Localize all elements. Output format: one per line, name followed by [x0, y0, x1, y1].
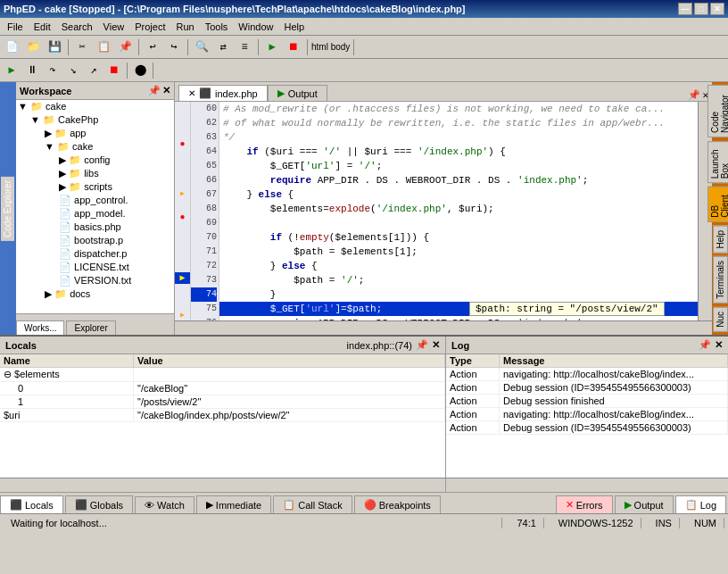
marker-71 — [175, 236, 190, 248]
log-cell-message: Debug session (ID=395455495566300003) — [500, 421, 728, 434]
log-pin[interactable]: 📌 — [699, 339, 711, 351]
debug-pause-button[interactable]: ⏸ — [22, 61, 42, 80]
menu-tools[interactable]: Tools — [200, 21, 234, 33]
locals-row-1: 1 "/posts/view/2" — [0, 395, 445, 409]
menu-edit[interactable]: Edit — [29, 21, 56, 33]
tab-close-icon[interactable]: ✕ — [188, 88, 195, 98]
debug-step-out[interactable]: ↗ — [84, 61, 103, 80]
tab-explorer[interactable]: Explorer — [66, 320, 115, 335]
tab-watch[interactable]: 👁 Watch — [135, 496, 194, 513]
locals-close[interactable]: ✕ — [432, 339, 440, 351]
tree-item-libs[interactable]: ▶ 📁 libs — [16, 167, 174, 180]
tree-item-dispatcher[interactable]: 📄 dispatcher.p — [16, 247, 174, 261]
tree-item-scripts[interactable]: ▶ 📁 scripts — [16, 180, 174, 194]
callstack-tab-icon: 📋 — [283, 499, 295, 511]
tree-item-config[interactable]: ▶ 📁 config — [16, 154, 174, 167]
menu-search[interactable]: Search — [56, 21, 98, 33]
cut-button[interactable]: ✂ — [72, 37, 92, 57]
minimize-button[interactable]: — — [678, 3, 692, 15]
right-tab-code-navigator[interactable]: Code Navigator — [707, 85, 728, 137]
tree-item-docs[interactable]: ▶ 📁 docs — [16, 287, 174, 301]
tree-item-version[interactable]: 📄 VERSION.txt — [16, 274, 174, 287]
copy-button[interactable]: 📋 — [94, 37, 113, 57]
menu-window[interactable]: Window — [233, 21, 278, 33]
status-bar: Waiting for localhost... 74:1 WINDOWS-12… — [0, 513, 728, 531]
tree-item-bootstrap[interactable]: 📄 bootstrap.p — [16, 234, 174, 247]
debug-step-in[interactable]: ↘ — [63, 61, 83, 80]
tree-item-cake[interactable]: ▼ 📁 cake — [16, 140, 174, 154]
output-tab-label: Output — [634, 500, 664, 511]
run-button[interactable]: ▶ — [262, 37, 282, 57]
workspace-panel: Workspace 📌 ✕ ▼ 📁 cake ▼ 📁 CakePhp ▶ 📁 — [16, 82, 175, 335]
locals-row-0: 0 "/cakeBlog" — [0, 382, 445, 395]
globals-tab-icon: ⬛ — [75, 499, 87, 511]
tree-item-app-model[interactable]: 📄 app_model. — [16, 207, 174, 220]
undo-button[interactable]: ↩ — [143, 37, 162, 57]
code-explorer-tab[interactable]: Code Explorer — [1, 177, 14, 241]
right-tab-launch-box[interactable]: Launch Box — [707, 141, 728, 183]
linenum-60: 60 — [191, 102, 217, 116]
tab-log[interactable]: 📋 Log — [675, 495, 726, 513]
tree-item-license[interactable]: 📄 LICENSE.txt — [16, 261, 174, 274]
locals-tab-label: Locals — [25, 500, 54, 511]
debug-stop[interactable]: ⏹ — [104, 61, 124, 80]
open-button[interactable]: 📁 — [23, 37, 43, 57]
paste-button[interactable]: 📌 — [115, 37, 135, 57]
tab-globals[interactable]: ⬛ Globals — [65, 495, 133, 513]
right-tab-nuc[interactable]: Nuc — [713, 307, 728, 332]
tree-item-app[interactable]: ▶ 📁 app — [16, 127, 174, 140]
find-replace-button[interactable]: ⇄ — [213, 37, 233, 57]
new-button[interactable]: 📄 — [2, 37, 21, 57]
maximize-button[interactable]: □ — [694, 3, 708, 15]
find-button[interactable]: 🔍 — [192, 37, 211, 57]
tree-item-cake-root[interactable]: ▼ 📁 cake — [16, 100, 174, 113]
tab-immediate[interactable]: ▶ Immediate — [196, 495, 271, 513]
code-line-72: $path = '/'; — [219, 273, 698, 287]
locals-pin[interactable]: 📌 — [416, 339, 428, 351]
editor-scrollbar-h[interactable] — [175, 321, 712, 335]
stop-button[interactable]: ⏹ — [284, 37, 303, 57]
workspace-close-button[interactable]: ✕ — [162, 85, 170, 96]
log-close[interactable]: ✕ — [715, 339, 723, 351]
code-line-61: # of what would normally be rewritten, i… — [219, 116, 698, 130]
workspace-pin-button[interactable]: 📌 — [148, 85, 161, 96]
status-insert-mode: INS — [649, 518, 680, 528]
menu-help[interactable]: Help — [278, 21, 310, 33]
locals-scrollbar-h[interactable] — [0, 478, 445, 492]
tree-item-cakephp[interactable]: ▼ 📁 CakePhp — [16, 113, 174, 127]
right-tab-terminals[interactable]: Terminals — [713, 256, 728, 304]
tab-workspace[interactable]: Works... — [16, 320, 64, 335]
menu-run[interactable]: Run — [170, 21, 199, 33]
debug-step-over[interactable]: ↷ — [43, 61, 62, 80]
debug-play-button[interactable]: ▶ — [2, 61, 21, 80]
right-tab-db-client[interactable]: DB Client — [707, 187, 728, 222]
tab-callstack[interactable]: 📋 Call Stack — [273, 495, 352, 513]
tree-item-app-control[interactable]: 📄 app_control. — [16, 194, 174, 207]
save-button[interactable]: 💾 — [45, 37, 64, 57]
col-type: Type — [446, 354, 500, 367]
tab-breakpoints[interactable]: 🔴 Breakpoints — [354, 495, 441, 513]
tab-locals[interactable]: ⬛ Locals — [0, 495, 63, 513]
tab-index-php[interactable]: ✕ ⬛ index.php — [178, 85, 268, 101]
menu-file[interactable]: File — [2, 21, 29, 33]
separator-6 — [353, 39, 354, 55]
redo-button[interactable]: ↪ — [164, 37, 184, 57]
output-icon: ▶ — [277, 87, 285, 99]
log-scrollbar-h[interactable] — [446, 478, 728, 492]
close-button[interactable]: ✕ — [710, 3, 724, 15]
menu-view[interactable]: View — [98, 21, 130, 33]
grep-button[interactable]: ≡ — [235, 37, 254, 57]
workspace-tab-strip: Works... Explorer — [16, 313, 174, 335]
tab-errors[interactable]: ✕ Errors — [556, 495, 613, 513]
editor-tab-bar: ✕ ⬛ index.php ▶ Output 📌 ✕ — [175, 82, 712, 102]
code-editor[interactable]: # As mod_rewrite (or .htaccess files) is… — [219, 102, 698, 320]
right-tab-help[interactable]: Help — [713, 226, 728, 254]
file-icon: 📄 — [59, 235, 71, 245]
tab-output[interactable]: ▶ Output — [268, 85, 327, 101]
tab-output[interactable]: ▶ Output — [615, 495, 674, 513]
tree-item-basics[interactable]: 📄 basics.php — [16, 220, 174, 234]
tree-item-label: scripts — [84, 181, 112, 192]
menu-project[interactable]: Project — [129, 21, 170, 33]
pin-button[interactable]: 📌 — [688, 89, 700, 101]
breakpoint-button[interactable]: ⬤ — [130, 61, 150, 80]
